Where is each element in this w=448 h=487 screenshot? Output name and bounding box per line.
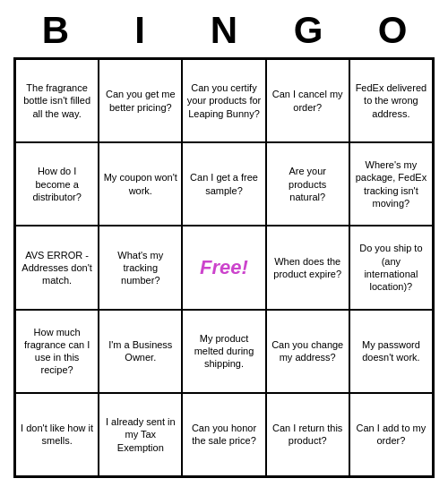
bingo-cell: Can you certify your products for Leapin… xyxy=(182,59,265,142)
bingo-cell: Can you honor the sale price? xyxy=(182,393,265,476)
bingo-cell: I don't like how it smells. xyxy=(15,393,99,476)
bingo-letter: B xyxy=(16,9,95,52)
bingo-cell: AVS ERROR - Addresses don't match. xyxy=(15,226,99,309)
bingo-cell: My product melted during shipping. xyxy=(182,310,265,393)
bingo-cell: My coupon won't work. xyxy=(99,142,182,226)
bingo-cell: My password doesn't work. xyxy=(349,310,433,393)
bingo-cell: Can you change my address? xyxy=(266,310,349,393)
bingo-cell: When does the product expire? xyxy=(266,226,349,309)
bingo-title: BINGO xyxy=(13,9,435,52)
bingo-cell: Can I cancel my order? xyxy=(266,59,349,142)
bingo-cell: Free! xyxy=(182,226,265,309)
bingo-cell: Do you ship to (any international locati… xyxy=(349,226,433,309)
bingo-cell: FedEx delivered to the wrong address. xyxy=(349,59,433,142)
bingo-cell: Can you get me better pricing? xyxy=(99,59,182,142)
bingo-letter: N xyxy=(185,9,263,52)
bingo-cell: What's my tracking number? xyxy=(99,226,182,309)
bingo-cell: Where's my package, FedEx tracking isn't… xyxy=(349,142,433,226)
bingo-cell: Are your products natural? xyxy=(266,142,349,226)
bingo-letter: G xyxy=(269,9,348,52)
bingo-cell: The fragrance bottle isn't filled all th… xyxy=(15,59,99,142)
bingo-cell: Can I return this product? xyxy=(266,393,349,476)
bingo-cell: I'm a Business Owner. xyxy=(99,310,182,393)
bingo-grid: The fragrance bottle isn't filled all th… xyxy=(13,57,435,478)
bingo-letter: I xyxy=(100,9,179,52)
bingo-cell: Can I add to my order? xyxy=(349,393,433,476)
bingo-cell: How do I become a distributor? xyxy=(15,142,99,226)
bingo-cell: Can I get a free sample? xyxy=(182,142,265,226)
bingo-letter: O xyxy=(353,9,432,52)
bingo-cell: I already sent in my Tax Exemption xyxy=(99,393,182,476)
bingo-cell: How much fragrance can I use in this rec… xyxy=(15,310,99,393)
